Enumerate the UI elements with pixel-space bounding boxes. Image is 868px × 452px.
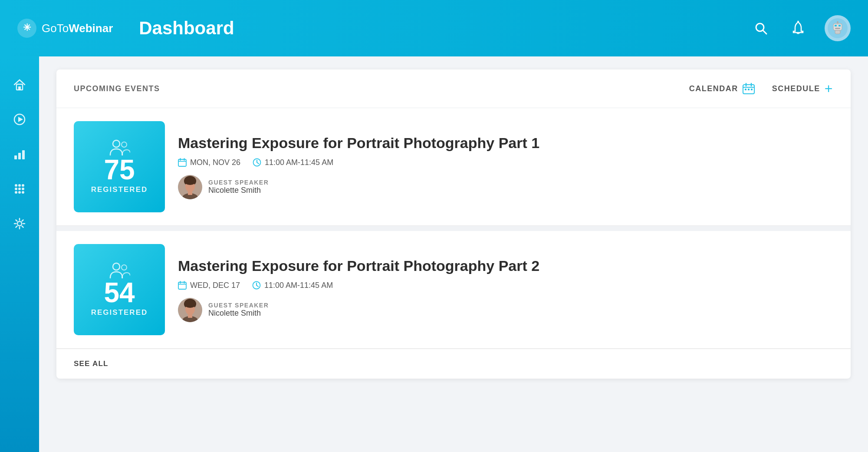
event-date-text-1: MON, NOV 26: [190, 158, 240, 167]
event-title-2: Mastering Exposure for Portrait Photogra…: [178, 257, 833, 275]
registered-box-1: 75 REGISTERED: [74, 121, 165, 212]
event-meta-1: MON, NOV 26 11:00 AM-11:45 AM: [178, 158, 833, 167]
svg-rect-34: [745, 89, 746, 90]
speaker-role-1: GUEST SPEAKER: [208, 179, 269, 186]
panel-header-actions: CALENDAR SCHEDULE +: [689, 82, 833, 96]
event-date-2: WED, DEC 17: [178, 281, 240, 290]
main-area: UPCOMING EVENTS CALENDAR: [0, 56, 868, 452]
sidebar-item-settings[interactable]: [4, 208, 35, 239]
svg-rect-35: [748, 89, 750, 90]
sidebar-item-analytics[interactable]: [4, 139, 35, 169]
date-icon-2: [178, 281, 187, 290]
event-title-1: Mastering Exposure for Portrait Photogra…: [178, 134, 833, 152]
svg-point-49: [184, 177, 196, 185]
svg-point-21: [18, 184, 21, 187]
event-time-text-1: 11:00 AM-11:45 AM: [265, 158, 333, 167]
play-icon: [13, 113, 26, 126]
svg-point-38: [122, 142, 127, 147]
svg-point-24: [18, 188, 21, 190]
speaker-text-2: GUEST SPEAKER Nicolette Smith: [208, 302, 269, 318]
event-details-2: Mastering Exposure for Portrait Photogra…: [178, 257, 833, 322]
event-time-2: 11:00 AM-11:45 AM: [252, 281, 333, 290]
home-icon: [13, 78, 26, 91]
svg-rect-8: [838, 25, 841, 26]
svg-point-25: [22, 188, 24, 190]
svg-point-29: [17, 221, 22, 226]
date-icon-1: [178, 158, 187, 167]
svg-point-20: [15, 184, 17, 187]
user-avatar-icon: [828, 18, 848, 38]
logo-icon: ✳: [17, 19, 36, 38]
speaker-name-2: Nicolette Smith: [208, 309, 269, 318]
page-title: Dashboard: [139, 18, 234, 39]
logo-text: GoToWebinar: [42, 22, 113, 35]
speaker-info-1: GUEST SPEAKER Nicolette Smith: [178, 175, 833, 199]
svg-line-45: [257, 162, 259, 164]
speaker-role-2: GUEST SPEAKER: [208, 302, 269, 309]
calendar-icon: [743, 83, 755, 94]
search-button[interactable]: [750, 17, 772, 39]
event-card-2[interactable]: 54 REGISTERED Mastering Exposure for Por…: [56, 231, 851, 349]
sidebar-item-webinars[interactable]: [4, 104, 35, 135]
svg-point-26: [15, 191, 17, 194]
speaker-info-2: GUEST SPEAKER Nicolette Smith: [178, 298, 833, 322]
event-card-1[interactable]: 75 REGISTERED Mastering Exposure for Por…: [56, 108, 851, 226]
svg-rect-12: [835, 30, 840, 34]
svg-rect-9: [835, 28, 840, 29]
speaker-avatar-img-2: [178, 298, 202, 322]
analytics-icon: [13, 148, 26, 161]
settings-icon: [13, 217, 26, 230]
svg-point-37: [113, 140, 120, 147]
svg-point-53: [122, 265, 127, 270]
registered-count-2: 54: [104, 279, 135, 307]
logo-area: ✳ GoToWebinar: [17, 19, 113, 38]
schedule-button[interactable]: SCHEDULE +: [772, 82, 833, 96]
svg-rect-66: [188, 313, 192, 318]
plus-icon: +: [825, 82, 833, 96]
svg-rect-54: [178, 282, 186, 289]
see-all-row: SEE ALL: [56, 349, 851, 379]
svg-rect-14: [18, 86, 21, 90]
registered-count-1: 75: [104, 156, 135, 184]
svg-rect-6: [833, 23, 842, 30]
bell-icon: [792, 21, 805, 36]
user-avatar-button[interactable]: [825, 15, 851, 41]
svg-line-3: [763, 30, 766, 34]
svg-rect-17: [14, 155, 17, 159]
time-icon-1: [253, 158, 261, 167]
upcoming-events-title: UPCOMING EVENTS: [74, 84, 160, 93]
svg-rect-7: [835, 25, 837, 26]
main-content: UPCOMING EVENTS CALENDAR: [39, 56, 868, 452]
svg-point-27: [18, 191, 21, 194]
svg-point-28: [22, 191, 24, 194]
registered-label-2: REGISTERED: [91, 308, 148, 317]
calendar-button[interactable]: CALENDAR: [689, 83, 755, 94]
svg-rect-36: [751, 89, 753, 90]
svg-marker-16: [18, 117, 23, 122]
attendees-icon-1: [108, 139, 130, 156]
app-header: ✳ GoToWebinar Dashboard: [0, 0, 868, 56]
speaker-avatar-2: [178, 298, 202, 322]
svg-rect-19: [22, 150, 25, 159]
calendar-label: CALENDAR: [689, 84, 738, 93]
svg-point-23: [15, 188, 17, 190]
event-meta-2: WED, DEC 17 11:00 AM-11:45 AM: [178, 281, 833, 290]
svg-point-64: [184, 300, 196, 308]
registered-box-2: 54 REGISTERED: [74, 244, 165, 335]
notifications-button[interactable]: [787, 17, 809, 39]
svg-rect-51: [188, 191, 192, 195]
sidebar: [0, 56, 39, 452]
upcoming-events-panel: UPCOMING EVENTS CALENDAR: [56, 69, 851, 379]
see-all-link[interactable]: SEE ALL: [74, 360, 108, 368]
search-icon: [754, 21, 768, 35]
event-time-text-2: 11:00 AM-11:45 AM: [264, 281, 333, 290]
sidebar-item-apps[interactable]: [4, 174, 35, 204]
svg-rect-18: [18, 153, 21, 159]
panel-header: UPCOMING EVENTS CALENDAR: [56, 69, 851, 108]
event-date-text-2: WED, DEC 17: [190, 281, 240, 290]
sidebar-item-home[interactable]: [4, 69, 35, 100]
event-date-1: MON, NOV 26: [178, 158, 240, 167]
event-time-1: 11:00 AM-11:45 AM: [253, 158, 333, 167]
event-details-1: Mastering Exposure for Portrait Photogra…: [178, 134, 833, 199]
svg-point-52: [113, 263, 120, 270]
